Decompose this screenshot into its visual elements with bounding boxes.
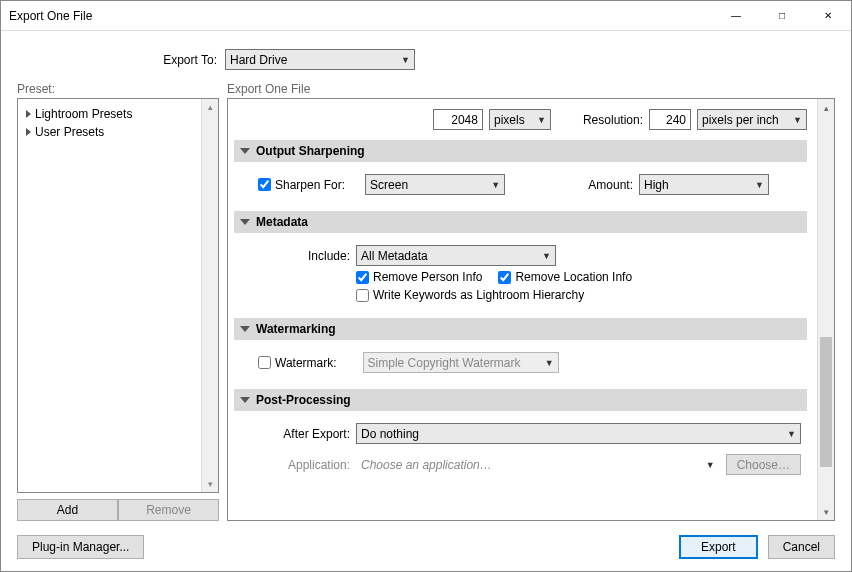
resolution-label: Resolution: bbox=[583, 113, 643, 127]
export-to-select[interactable]: Hard Drive ▼ bbox=[225, 49, 415, 70]
section-metadata[interactable]: Metadata bbox=[234, 211, 807, 233]
section-output-sharpening[interactable]: Output Sharpening bbox=[234, 140, 807, 162]
export-button[interactable]: Export bbox=[679, 535, 758, 559]
add-preset-button[interactable]: Add bbox=[17, 499, 118, 521]
metadata-include-select[interactable]: All Metadata ▼ bbox=[356, 245, 556, 266]
triangle-down-icon bbox=[240, 326, 250, 332]
resolution-unit-select[interactable]: pixels per inch ▼ bbox=[697, 109, 807, 130]
triangle-down-icon bbox=[240, 148, 250, 154]
watermark-select: Simple Copyright Watermark ▼ bbox=[363, 352, 559, 373]
application-label: Application: bbox=[240, 458, 350, 472]
cancel-button[interactable]: Cancel bbox=[768, 535, 835, 559]
choose-app-button[interactable]: Choose… bbox=[726, 454, 801, 475]
chevron-down-icon: ▼ bbox=[545, 358, 554, 368]
preset-list[interactable]: Lightroom Presets User Presets ▴ ▾ bbox=[17, 98, 219, 493]
settings-scrollbar[interactable]: ▴ ▾ bbox=[817, 99, 834, 520]
chevron-down-icon: ▼ bbox=[542, 251, 551, 261]
preset-folder-label: User Presets bbox=[35, 125, 104, 139]
chevron-down-icon: ▼ bbox=[706, 460, 715, 470]
triangle-down-icon bbox=[240, 219, 250, 225]
section-watermarking[interactable]: Watermarking bbox=[234, 318, 807, 340]
remove-preset-button[interactable]: Remove bbox=[118, 499, 219, 521]
triangle-right-icon bbox=[26, 110, 31, 118]
watermark-checkbox[interactable]: Watermark: bbox=[258, 356, 337, 370]
panel-label: Export One File bbox=[227, 82, 835, 96]
chevron-down-icon: ▼ bbox=[491, 180, 500, 190]
preset-folder[interactable]: Lightroom Presets bbox=[22, 105, 197, 123]
titlebar: Export One File — □ ✕ bbox=[1, 1, 851, 31]
plugin-manager-button[interactable]: Plug-in Manager... bbox=[17, 535, 144, 559]
minimize-button[interactable]: — bbox=[713, 1, 759, 31]
export-to-label: Export To: bbox=[17, 53, 219, 67]
sharpen-amount-select[interactable]: High ▼ bbox=[639, 174, 769, 195]
size-unit-select[interactable]: pixels ▼ bbox=[489, 109, 551, 130]
window-title: Export One File bbox=[9, 9, 713, 23]
metadata-include-label: Include: bbox=[240, 249, 350, 263]
sharpen-amount-label: Amount: bbox=[588, 178, 633, 192]
scroll-down-icon: ▾ bbox=[818, 503, 834, 520]
preset-folder-label: Lightroom Presets bbox=[35, 107, 132, 121]
preset-label: Preset: bbox=[17, 82, 219, 96]
maximize-button[interactable]: □ bbox=[759, 1, 805, 31]
triangle-down-icon bbox=[240, 397, 250, 403]
after-export-select[interactable]: Do nothing ▼ bbox=[356, 423, 801, 444]
chevron-down-icon: ▼ bbox=[537, 115, 546, 125]
sharpen-target-select[interactable]: Screen ▼ bbox=[365, 174, 505, 195]
close-button[interactable]: ✕ bbox=[805, 1, 851, 31]
remove-person-checkbox[interactable]: Remove Person Info bbox=[356, 270, 482, 284]
preset-scrollbar[interactable]: ▴ ▾ bbox=[201, 99, 218, 492]
scroll-up-icon: ▴ bbox=[208, 99, 213, 112]
size-value-input[interactable] bbox=[433, 109, 483, 130]
application-select: Choose an application… ▼ bbox=[356, 454, 720, 475]
resolution-value-input[interactable] bbox=[649, 109, 691, 130]
after-export-label: After Export: bbox=[240, 427, 350, 441]
chevron-down-icon: ▼ bbox=[793, 115, 802, 125]
scroll-up-icon: ▴ bbox=[818, 99, 834, 116]
triangle-right-icon bbox=[26, 128, 31, 136]
section-post-processing[interactable]: Post-Processing bbox=[234, 389, 807, 411]
preset-folder[interactable]: User Presets bbox=[22, 123, 197, 141]
scroll-thumb[interactable] bbox=[820, 337, 832, 467]
keywords-hierarchy-checkbox[interactable]: Write Keywords as Lightroom Hierarchy bbox=[356, 288, 584, 302]
remove-location-checkbox[interactable]: Remove Location Info bbox=[498, 270, 632, 284]
scroll-down-icon: ▾ bbox=[208, 479, 213, 492]
chevron-down-icon: ▼ bbox=[755, 180, 764, 190]
chevron-down-icon: ▼ bbox=[401, 55, 410, 65]
sharpen-for-checkbox[interactable]: Sharpen For: bbox=[258, 178, 345, 192]
chevron-down-icon: ▼ bbox=[787, 429, 796, 439]
